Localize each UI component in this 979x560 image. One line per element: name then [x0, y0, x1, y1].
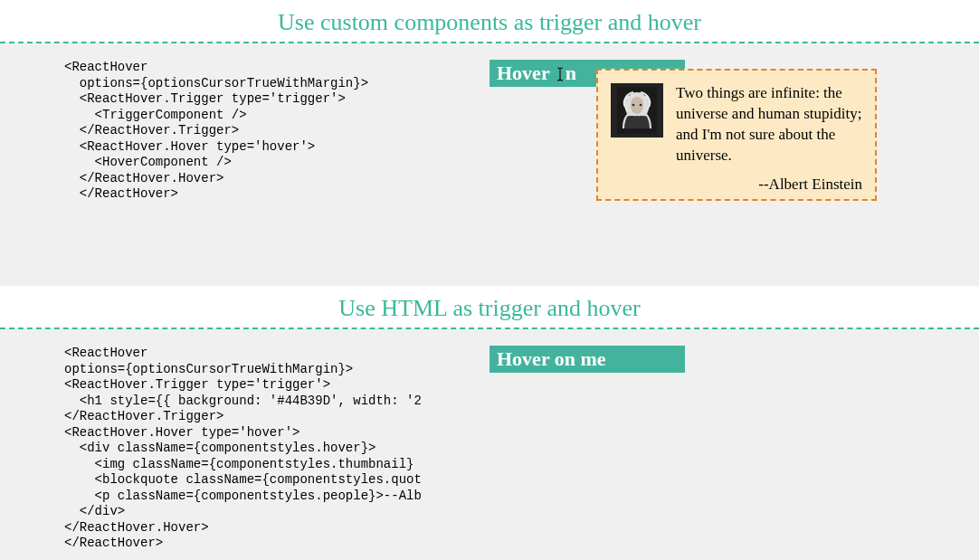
svg-point-1: [632, 104, 635, 107]
hover-trigger-2[interactable]: Hover on me: [490, 346, 685, 373]
code-column-2: <ReactHover options={optionsCursorTrueWi…: [10, 346, 490, 552]
section-title-html: Use HTML as trigger and hover: [0, 286, 979, 329]
section-title-custom-components: Use custom components as trigger and hov…: [0, 0, 979, 43]
code-sample-1: <ReactHover options={optionsCursorTrueWi…: [64, 60, 490, 203]
code-sample-2: <ReactHover options={optionsCursorTrueWi…: [64, 346, 490, 552]
text-cursor-icon: [555, 67, 566, 81]
demo-column-2: Hover on me: [490, 346, 969, 552]
einstein-thumbnail: [611, 83, 663, 138]
demo-panel-1: <ReactHover options={optionsCursorTrueWi…: [0, 43, 979, 286]
demo-column-1: Hover n Two things a: [490, 60, 969, 203]
tooltip-quote: Two things are infinite: the universe an…: [676, 83, 862, 166]
hover-tooltip: Two things are infinite: the universe an…: [596, 69, 877, 201]
svg-point-2: [640, 104, 642, 107]
code-column-1: <ReactHover options={optionsCursorTrueWi…: [10, 60, 490, 203]
demo-panel-2: <ReactHover options={optionsCursorTrueWi…: [0, 329, 979, 560]
tooltip-attribution: --Albert Einstein: [611, 176, 862, 194]
